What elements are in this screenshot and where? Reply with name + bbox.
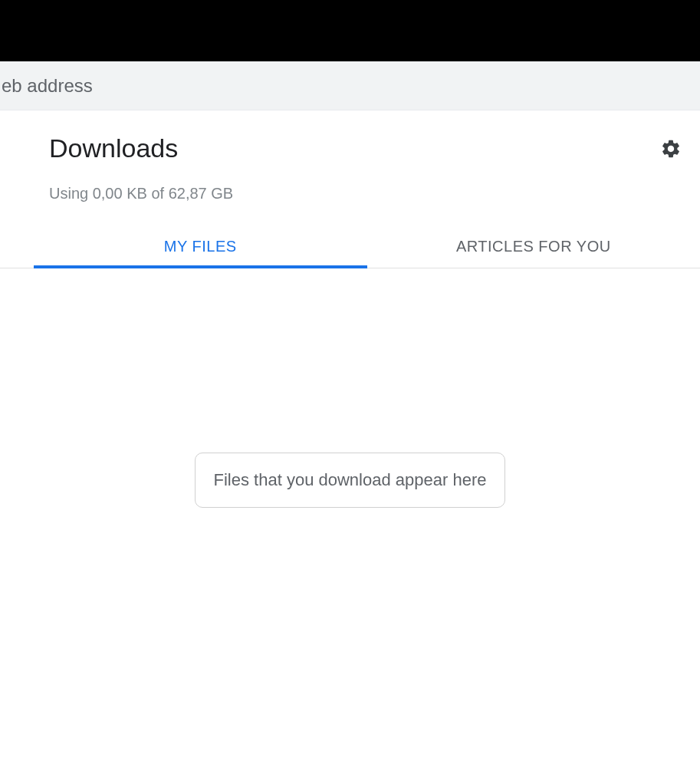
header-row: Downloads: [0, 133, 700, 163]
empty-message: Files that you download appear here: [195, 453, 506, 508]
tab-articles-for-you[interactable]: ARTICLES FOR YOU: [367, 227, 701, 268]
storage-usage: Using 0,00 KB of 62,87 GB: [0, 163, 700, 202]
status-bar: [0, 0, 700, 61]
empty-state: Files that you download appear here: [0, 453, 700, 508]
address-bar[interactable]: eb address: [0, 61, 700, 110]
tab-my-files[interactable]: MY FILES: [34, 227, 367, 268]
address-bar-text: eb address: [2, 75, 93, 97]
tab-label: MY FILES: [164, 238, 237, 255]
downloads-content: Downloads Using 0,00 KB of 62,87 GB MY F…: [0, 110, 700, 508]
tab-label: ARTICLES FOR YOU: [456, 238, 611, 255]
page-title: Downloads: [49, 133, 178, 163]
tabs: MY FILES ARTICLES FOR YOU: [0, 227, 700, 268]
gear-icon[interactable]: [660, 138, 682, 160]
